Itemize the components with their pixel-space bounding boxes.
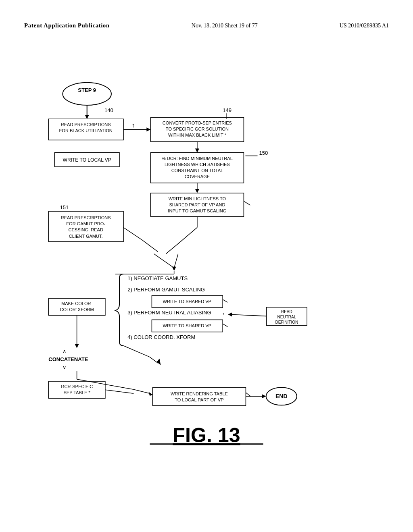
svg-text:STEP 9: STEP 9 [78, 87, 96, 93]
svg-marker-82 [148, 392, 152, 396]
svg-line-44 [123, 227, 142, 239]
svg-text:TO LOCAL PART OF VP: TO LOCAL PART OF VP [175, 397, 223, 402]
svg-marker-48 [172, 267, 176, 271]
svg-text:WRITE  MIN LIGHTNESS TO: WRITE MIN LIGHTNESS TO [169, 196, 226, 201]
svg-text:CONSTRAINT ON TOTAL: CONSTRAINT ON TOTAL [171, 168, 223, 173]
page-header: Patent Application Publication Nov. 18, … [0, 22, 413, 29]
svg-text:↑: ↑ [131, 121, 135, 129]
svg-text:2)  PERFORM GAMUT SCALING: 2) PERFORM GAMUT SCALING [127, 287, 205, 293]
svg-line-34 [244, 201, 250, 205]
svg-line-71 [123, 346, 150, 357]
svg-text:CESSING; READ: CESSING; READ [68, 227, 103, 232]
svg-marker-61 [228, 312, 232, 316]
svg-rect-87 [152, 387, 246, 405]
svg-marker-73 [156, 359, 161, 365]
svg-line-60 [231, 314, 266, 316]
svg-line-46 [154, 254, 174, 268]
svg-text:READ  PRESCRIPTIONS: READ PRESCRIPTIONS [61, 215, 111, 220]
svg-text:WRITE  TO SHARED VP: WRITE TO SHARED VP [163, 299, 211, 304]
svg-text:NEUTRAL: NEUTRAL [277, 315, 296, 319]
diagram-area: STEP 9 140 READ PRESCRIPTIONS FOR BLACK … [24, 56, 389, 508]
svg-text:149: 149 [223, 107, 232, 113]
svg-text:TO SPECIFIC GCR SOLUTION: TO SPECIFIC GCR SOLUTION [166, 127, 229, 131]
svg-line-43 [166, 244, 178, 254]
svg-text:LIGHTNESS WHICH SATISFIES: LIGHTNESS WHICH SATISFIES [165, 162, 230, 167]
svg-text:CLIENT GAMUT.: CLIENT GAMUT. [69, 234, 103, 239]
svg-text:SEP TABLE  *: SEP TABLE * [63, 390, 90, 395]
svg-text:GCR-SPECIFIC: GCR-SPECIFIC [61, 384, 93, 389]
svg-text:FOR GAMUT PRO-: FOR GAMUT PRO- [66, 221, 105, 226]
sheet-info: Nov. 18, 2010 Sheet 19 of 77 [192, 23, 258, 29]
diagram-svg: STEP 9 140 READ PRESCRIPTIONS FOR BLACK … [24, 56, 389, 508]
svg-marker-78 [75, 344, 79, 348]
svg-text:% UCR: FIND MINIMUM NEUTRAL: % UCR: FIND MINIMUM NEUTRAL [162, 156, 233, 161]
svg-text:∧: ∧ [63, 348, 67, 354]
svg-text:1)  NEGOTIATE GAMUTS: 1) NEGOTIATE GAMUTS [127, 275, 188, 281]
svg-line-81 [133, 389, 150, 393]
svg-text:151: 151 [60, 204, 69, 210]
svg-text:MAKE COLOR-: MAKE COLOR- [61, 301, 93, 306]
svg-line-42 [178, 227, 197, 243]
svg-line-72 [150, 357, 158, 363]
svg-text:COLOR' XFORM: COLOR' XFORM [60, 307, 94, 312]
svg-line-47 [174, 254, 178, 268]
svg-text:150: 150 [259, 150, 268, 156]
svg-marker-92 [262, 394, 266, 398]
svg-text:FIG. 13: FIG. 13 [173, 424, 240, 447]
svg-marker-9 [146, 127, 150, 131]
publication-title: Patent Application Publication [24, 22, 110, 29]
svg-text:3)  PERFORM NEUTRAL ALIASING: 3) PERFORM NEUTRAL ALIASING [127, 310, 211, 316]
svg-text:CONVERT PROTO-SEP ENTRIES: CONVERT PROTO-SEP ENTRIES [163, 121, 232, 125]
svg-text:INPUT TO GAMUT SCALING: INPUT TO GAMUT SCALING [168, 208, 226, 213]
svg-text:SHARED PART OF VP AND: SHARED PART OF VP AND [169, 202, 225, 207]
svg-line-45 [142, 240, 158, 252]
patent-page: Patent Application Publication Nov. 18, … [0, 0, 413, 532]
svg-line-53 [223, 299, 227, 302]
svg-text:WRITE RENDERING TABLE: WRITE RENDERING TABLE [171, 391, 228, 396]
svg-point-0 [63, 83, 111, 105]
svg-text:4)  COLOR COORD. XFORM: 4) COLOR COORD. XFORM [127, 334, 195, 340]
svg-text:END: END [275, 393, 288, 399]
svg-marker-3 [85, 115, 89, 119]
svg-text:WRITE TO SHARED VP: WRITE TO SHARED VP [163, 323, 211, 328]
svg-text:WITHIN MAX BLACK LIMIT  *: WITHIN MAX BLACK LIMIT * [168, 133, 227, 137]
svg-text:‹: ‹ [223, 310, 224, 316]
svg-text:DEFINITION: DEFINITION [275, 320, 298, 324]
svg-text:∨: ∨ [63, 364, 67, 370]
svg-text:140: 140 [104, 107, 113, 113]
svg-line-64 [223, 324, 227, 326]
svg-text:READ PRESCRIPTIONS: READ PRESCRIPTIONS [61, 122, 111, 127]
patent-number: US 2010/0289835 A1 [340, 23, 389, 29]
svg-text:READ: READ [281, 310, 292, 314]
svg-text:WRITE TO LOCAL VP: WRITE TO LOCAL VP [63, 157, 111, 163]
svg-marker-29 [195, 189, 199, 193]
svg-text:CONCATENATE: CONCATENATE [48, 356, 88, 362]
svg-line-86 [105, 390, 133, 393]
svg-text:FOR BLACK UTILIZATION: FOR BLACK UTILIZATION [59, 128, 113, 133]
svg-marker-20 [195, 149, 199, 153]
svg-text:COVERAGE: COVERAGE [185, 174, 210, 179]
